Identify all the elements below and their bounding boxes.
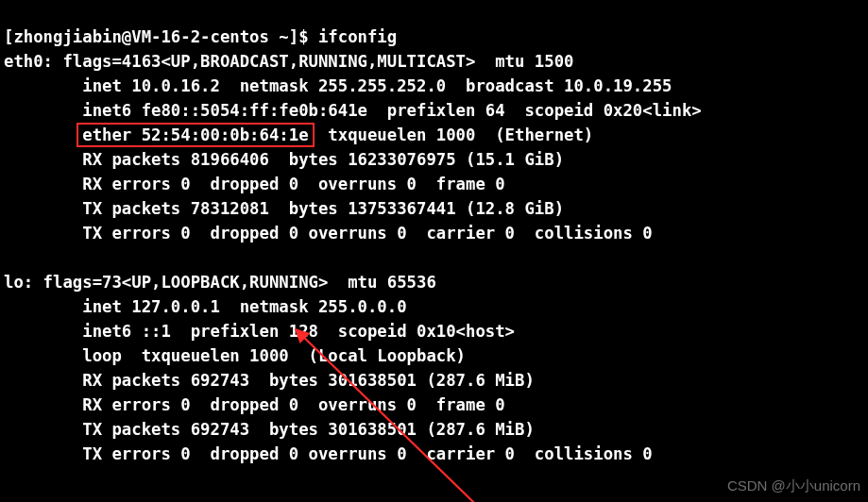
eth0-tx-errors: TX errors 0 dropped 0 overruns 0 carrier… xyxy=(4,224,653,243)
shell-prompt: [zhongjiabin@VM-16-2-centos ~]$ xyxy=(4,27,318,46)
eth0-ether-pre xyxy=(4,126,82,144)
watermark-text: CSDN @小小unicorn xyxy=(727,474,860,498)
eth0-ether-post: txqueuelen 1000 (Ethernet) xyxy=(309,126,594,144)
eth0-rx-errors: RX errors 0 dropped 0 overruns 0 frame 0 xyxy=(4,175,505,193)
lo-tx-packets: TX packets 692743 bytes 301638501 (287.6… xyxy=(4,420,535,439)
eth0-inet6: inet6 fe80::5054:ff:fe0b:641e prefixlen … xyxy=(4,101,702,120)
eth0-inet: inet 10.0.16.2 netmask 255.255.252.0 bro… xyxy=(4,76,672,95)
command-text: ifconfig xyxy=(318,27,397,46)
lo-loop: loop txqueuelen 1000 (Local Loopback) xyxy=(4,346,466,365)
lo-rx-errors: RX errors 0 dropped 0 overruns 0 frame 0 xyxy=(4,395,505,414)
lo-inet6: inet6 ::1 prefixlen 128 scopeid 0x10<hos… xyxy=(4,322,515,341)
eth0-mac-address: ether 52:54:00:0b:64:1e xyxy=(82,126,308,144)
lo-header: lo: flags=73<UP,LOOPBACK,RUNNING> mtu 65… xyxy=(4,273,436,292)
lo-rx-packets: RX packets 692743 bytes 301638501 (287.6… xyxy=(4,371,535,390)
lo-tx-errors: TX errors 0 dropped 0 overruns 0 carrier… xyxy=(4,444,653,463)
lo-inet: inet 127.0.0.1 netmask 255.0.0.0 xyxy=(4,297,407,316)
blank-line xyxy=(4,248,13,267)
eth0-tx-packets: TX packets 78312081 bytes 13753367441 (1… xyxy=(4,199,564,218)
eth0-header: eth0: flags=4163<UP,BROADCAST,RUNNING,MU… xyxy=(4,52,573,71)
eth0-rx-packets: RX packets 81966406 bytes 16233076975 (1… xyxy=(4,150,564,169)
terminal-output: [zhongjiabin@VM-16-2-centos ~]$ ifconfig… xyxy=(4,0,702,466)
